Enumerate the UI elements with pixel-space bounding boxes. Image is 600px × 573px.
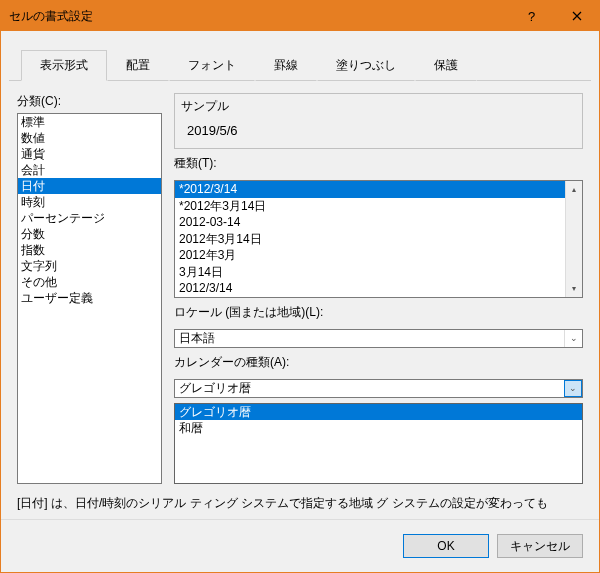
help-button[interactable]: ? (509, 1, 554, 31)
type-listbox[interactable]: *2012/3/14 *2012年3月14日 2012-03-14 2012年3… (174, 180, 583, 298)
list-item[interactable]: ユーザー定義 (18, 290, 161, 306)
list-item[interactable]: 2012年3月14日 (175, 231, 565, 248)
close-icon (572, 11, 582, 21)
calendar-combo[interactable]: グレゴリオ暦 ⌄ (174, 379, 583, 398)
list-item[interactable]: 文字列 (18, 258, 161, 274)
chevron-down-icon[interactable]: ⌄ (564, 330, 582, 347)
list-item[interactable]: 数値 (18, 130, 161, 146)
tab-font[interactable]: フォント (169, 50, 255, 81)
close-button[interactable] (554, 1, 599, 31)
category-pane: 分類(C): 標準 数値 通貨 会計 日付 時刻 パーセンテージ 分数 指数 文… (17, 93, 162, 484)
tab-border[interactable]: 罫線 (255, 50, 317, 81)
type-label: 種類(T): (174, 155, 583, 172)
sample-label: サンプル (175, 94, 582, 115)
list-item[interactable]: 2012年3月 (175, 247, 565, 264)
list-item[interactable]: *2012年3月14日 (175, 198, 565, 215)
scroll-up-icon[interactable]: ▴ (566, 181, 582, 198)
sample-value: 2019/5/6 (175, 115, 582, 148)
list-item[interactable]: 日付 (18, 178, 161, 194)
ok-button[interactable]: OK (403, 534, 489, 558)
window-title: セルの書式設定 (9, 8, 509, 25)
scrollbar[interactable]: ▴ ▾ (565, 181, 582, 297)
list-item[interactable]: その他 (18, 274, 161, 290)
locale-combo[interactable]: 日本語 ⌄ (174, 329, 583, 348)
calendar-label: カレンダーの種類(A): (174, 354, 583, 371)
list-item[interactable]: 2012/3/14 (175, 280, 565, 297)
list-item[interactable]: 指数 (18, 242, 161, 258)
dialog-footer: OK キャンセル (1, 519, 599, 572)
list-item[interactable]: *2012/3/14 (175, 181, 565, 198)
locale-value: 日本語 (179, 330, 564, 347)
list-item[interactable]: 3月14日 (175, 264, 565, 281)
titlebar: セルの書式設定 ? (1, 1, 599, 31)
sample-group: サンプル 2019/5/6 (174, 93, 583, 149)
scroll-track[interactable] (566, 198, 582, 280)
tab-alignment[interactable]: 配置 (107, 50, 169, 81)
cancel-button[interactable]: キャンセル (497, 534, 583, 558)
category-listbox[interactable]: 標準 数値 通貨 会計 日付 時刻 パーセンテージ 分数 指数 文字列 その他 … (17, 113, 162, 484)
calendar-value: グレゴリオ暦 (179, 380, 564, 397)
locale-label: ロケール (国または地域)(L): (174, 304, 583, 321)
list-item[interactable]: 2012-03-14 (175, 214, 565, 231)
tab-number-format[interactable]: 表示形式 (21, 50, 107, 81)
tab-strip: 表示形式 配置 フォント 罫線 塗りつぶし 保護 (9, 39, 591, 81)
scroll-down-icon[interactable]: ▾ (566, 280, 582, 297)
dropdown-item[interactable]: グレゴリオ暦 (175, 404, 582, 420)
description-text: [日付] は、日付/時刻のシリアル ティング システムで指定する地域 グ システ… (1, 496, 599, 519)
list-item[interactable]: 時刻 (18, 194, 161, 210)
list-item[interactable]: 会計 (18, 162, 161, 178)
list-item[interactable]: 通貨 (18, 146, 161, 162)
detail-pane: サンプル 2019/5/6 種類(T): *2012/3/14 *2012年3月… (174, 93, 583, 484)
list-item[interactable]: 標準 (18, 114, 161, 130)
dropdown-item[interactable]: 和暦 (175, 420, 582, 436)
list-item[interactable]: パーセンテージ (18, 210, 161, 226)
chevron-down-icon[interactable]: ⌄ (564, 380, 582, 397)
list-item[interactable]: 分数 (18, 226, 161, 242)
category-label: 分類(C): (17, 93, 162, 110)
tab-fill[interactable]: 塗りつぶし (317, 50, 415, 81)
dialog-body: 分類(C): 標準 数値 通貨 会計 日付 時刻 パーセンテージ 分数 指数 文… (1, 81, 599, 496)
calendar-dropdown[interactable]: グレゴリオ暦 和暦 (174, 403, 583, 485)
format-cells-dialog: セルの書式設定 ? 表示形式 配置 フォント 罫線 塗りつぶし 保護 分類(C)… (0, 0, 600, 573)
tab-protection[interactable]: 保護 (415, 50, 477, 81)
